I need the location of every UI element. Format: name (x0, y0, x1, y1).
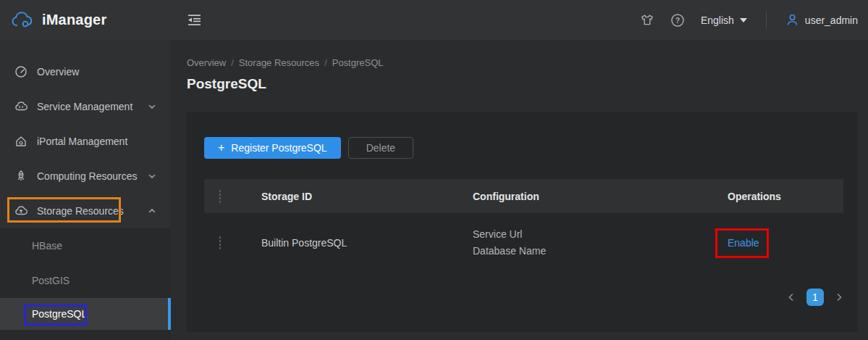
cloud-upload-icon (14, 204, 28, 217)
language-selector[interactable]: English (701, 14, 747, 26)
sidebar-item-postgis[interactable]: PostGIS (0, 263, 171, 298)
enable-link[interactable]: Enable (728, 237, 759, 249)
sidebar-item-label: Overview (37, 66, 79, 78)
sidebar-item-overview[interactable]: Overview (0, 54, 171, 89)
row-checkbox[interactable] (219, 236, 221, 249)
column-header-configuration: Configuration (473, 191, 728, 202)
page-title: PostgreSQL (187, 76, 266, 92)
sidebar-item-postgresql[interactable]: PostgreSQL (0, 298, 171, 330)
sidebar-item-label: Storage Resources (37, 205, 124, 217)
breadcrumb: Overview / Storage Resources / PostgreSQ… (187, 57, 384, 68)
caret-down-icon (740, 18, 747, 22)
breadcrumb-overview[interactable]: Overview (187, 57, 226, 68)
pagination: 1 (787, 289, 843, 306)
previous-page-icon[interactable] (787, 293, 796, 302)
toolbar: + Register PostgreSQL Delete (204, 137, 413, 159)
table-row: Builtin PostgreSQL Service Url Database … (204, 213, 843, 273)
chevron-down-icon (148, 172, 156, 181)
breadcrumb-storage-resources[interactable]: Storage Resources (239, 57, 319, 68)
main-content: Overview / Storage Resources / PostgreSQ… (171, 40, 868, 340)
sub-item-label: HBase (32, 240, 62, 252)
configuration-database-name: Database Name (473, 243, 728, 260)
register-button-label: Register PostgreSQL (231, 142, 326, 154)
delete-button-label: Delete (366, 142, 395, 154)
tshirt-skin-icon[interactable] (640, 13, 654, 27)
storage-id-cell: Builtin PostgreSQL (246, 237, 473, 249)
sidebar-item-label: Computing Resources (37, 170, 138, 182)
user-icon (785, 13, 799, 27)
help-icon[interactable]: ? (670, 13, 685, 28)
table-header: Storage ID Configuration Operations (204, 179, 843, 213)
breadcrumb-separator: / (231, 57, 234, 68)
topbar: ? English user_admin (171, 0, 868, 40)
postgresql-panel: + Register PostgreSQL Delete Storage ID … (187, 112, 858, 332)
cloud-gear-logo-icon (10, 9, 35, 31)
sidebar-item-storage-resources[interactable]: Storage Resources (0, 194, 171, 228)
breadcrumb-separator: / (324, 57, 327, 68)
home-icon (14, 135, 28, 148)
sub-item-label: PostGIS (32, 275, 69, 286)
breadcrumb-postgresql: PostgreSQL (332, 57, 384, 68)
current-page-button[interactable]: 1 (806, 289, 824, 306)
topbar-divider (766, 12, 767, 28)
register-postgresql-button[interactable]: + Register PostgreSQL (204, 137, 341, 159)
user-menu[interactable]: user_admin (785, 13, 858, 27)
sidebar-item-hbase[interactable]: HBase (0, 228, 171, 263)
storage-resources-submenu: HBase PostGIS PostgreSQL (0, 228, 171, 340)
sidebar-item-service-management[interactable]: Service Management (0, 89, 171, 124)
imanager-app-window: iManager ? (0, 0, 868, 340)
sidebar-item-iportal-management[interactable]: iPortal Management (0, 124, 171, 159)
column-header-operations: Operations (728, 191, 843, 202)
gauge-icon (14, 65, 28, 78)
select-all-checkbox[interactable] (219, 190, 221, 203)
app-title: iManager (42, 12, 106, 28)
cloud-service-icon (14, 100, 28, 113)
sub-item-label: PostgreSQL (32, 308, 87, 320)
configuration-cell: Service Url Database Name (473, 226, 728, 260)
fold-menu-icon[interactable] (187, 14, 202, 26)
sidebar-item-computing-resources[interactable]: Computing Resources (0, 159, 171, 194)
language-label: English (701, 14, 734, 26)
chevron-up-icon (148, 207, 156, 215)
configuration-service-url: Service Url (473, 226, 728, 243)
sidebar: Overview Service Management (0, 40, 171, 340)
app-logo-area: iManager (0, 0, 171, 40)
chevron-down-icon (148, 102, 156, 111)
sidebar-item-label: Service Management (37, 101, 132, 112)
column-header-storage-id: Storage ID (246, 191, 473, 202)
next-page-icon[interactable] (835, 293, 843, 302)
svg-text:?: ? (675, 16, 680, 25)
sidebar-item-label: iPortal Management (37, 136, 127, 147)
delete-button[interactable]: Delete (348, 137, 413, 159)
rocket-icon (14, 170, 28, 183)
username-label: user_admin (805, 14, 858, 26)
plus-icon: + (218, 142, 224, 154)
